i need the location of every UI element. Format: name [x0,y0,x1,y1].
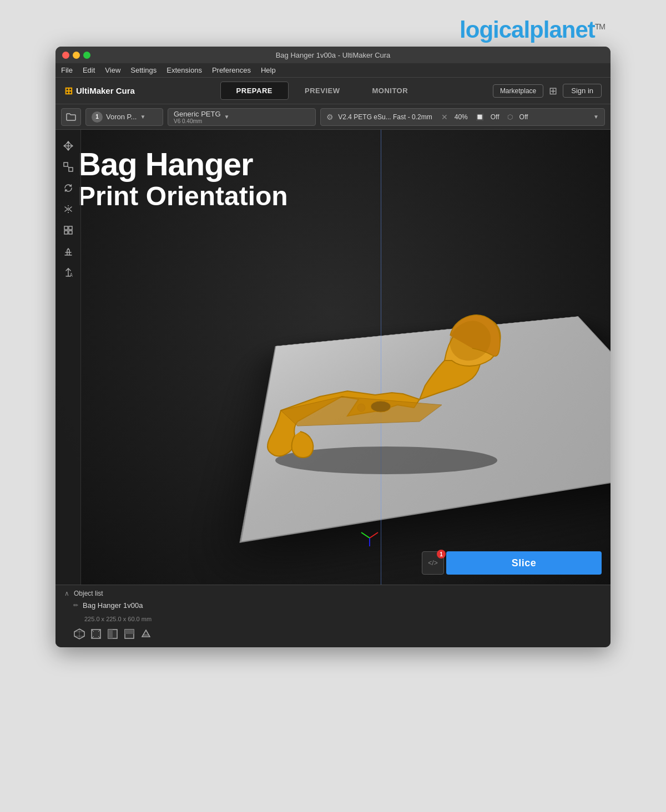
title-bar: Bag Hanger 1v00a - UltiMaker Cura [56,47,610,63]
menu-extensions[interactable]: Extensions [167,66,202,74]
side-view-button[interactable] [107,628,119,643]
left-toolbar: A [56,130,81,585]
adhesion-icon: ⬡ [507,113,513,121]
scale-tool-button[interactable] [59,158,78,176]
open-folder-button[interactable] [61,108,81,126]
printer-name: Voron P... [106,113,137,121]
viewport-overlay-title: Bag Hanger Print Orientation [78,146,288,211]
slice-button[interactable]: Slice [446,551,602,575]
svg-rect-0 [64,163,68,166]
3d-model [248,288,525,479]
svg-line-11 [361,532,370,538]
profile-chevron-icon: ▼ [593,114,599,120]
toolbar: 1 Voron P... ▼ Generic PETG V6 0.40mm ▼ … [56,104,610,130]
svg-rect-3 [69,226,72,230]
material-name: Generic PETG [174,110,221,118]
menu-view[interactable]: View [105,66,120,74]
sliders-icon: ⚙ [326,113,334,121]
material-info: Generic PETG V6 0.40mm [174,110,221,124]
perspective-view-button[interactable] [140,628,152,643]
title-line1: Bag Hanger [78,146,288,182]
minimize-button[interactable] [73,52,80,59]
code-view-button[interactable]: </> 1 [422,551,444,575]
arrange-tool-button[interactable] [59,221,78,240]
printer-chevron-icon: ▼ [140,114,145,120]
material-sub: V6 0.40mm [174,118,221,124]
tab-prepare[interactable]: PREPARE [220,82,289,100]
close-button[interactable] [62,52,69,59]
svg-rect-15 [108,630,113,638]
grid-icon[interactable]: ⊞ [549,85,557,97]
object-name: Bag Hanger 1v00a [83,601,143,610]
nav-right: Marketplace ⊞ Sign in [493,84,602,98]
logo-area: logicalplanetTM [56,11,610,47]
svg-rect-1 [69,168,73,171]
mirror-tool-button[interactable] [59,200,78,219]
brand-logo-text: logicalplanetTM [460,17,605,43]
support-tool-button[interactable] [59,242,78,261]
nav-tabs: PREPARE PREVIEW MONITOR [152,82,493,100]
title-line2: Print Orientation [78,182,288,211]
code-label: </> [428,559,437,567]
cube-view-button[interactable] [73,628,85,643]
edit-icon[interactable]: ✏ [73,602,78,609]
menu-help[interactable]: Help [261,66,276,74]
object-dims-row: 225.0 x 225.0 x 60.0 mm [64,613,602,623]
profile-selector[interactable]: ⚙ V2.4 PETG eSu... Fast - 0.2mm ✕ 40% 🔲 … [320,108,605,126]
brand-icon: ⊞ [64,85,73,97]
window-title: Bag Hanger 1v00a - UltiMaker Cura [276,51,391,59]
object-actions [64,628,602,643]
svg-rect-4 [64,231,68,234]
ultimaker-logo: ⊞ UltiMaker Cura [64,85,135,97]
signin-button[interactable]: Sign in [563,84,602,98]
nav-bar: ⊞ UltiMaker Cura PREPARE PREVIEW MONITOR… [56,78,610,104]
support-icon: ✕ [441,113,448,121]
menu-file[interactable]: File [61,66,73,74]
menu-edit[interactable]: Edit [83,66,95,74]
maximize-button[interactable] [83,52,90,59]
menu-preferences[interactable]: Preferences [212,66,251,74]
logo-tm: TM [595,22,605,31]
object-dimensions: 225.0 x 225.0 x 60.0 mm [84,616,152,622]
object-list-chevron-icon: ∧ [64,590,69,597]
custom-support-tool-button[interactable]: A [59,263,78,282]
tab-monitor[interactable]: MONITOR [356,82,424,100]
axis-indicator [359,527,381,551]
infill-icon: 🔲 [476,113,484,121]
bottom-bar: ∧ Object list ✏ Bag Hanger 1v00a 225.0 x… [56,585,610,647]
top-view-button[interactable] [123,628,135,643]
front-view-button[interactable] [90,628,102,643]
printer-badge: 1 [92,111,103,123]
menu-bar: File Edit View Settings Extensions Prefe… [56,63,610,78]
traffic-lights [62,52,90,59]
profile-text: V2.4 PETG eSu... Fast - 0.2mm [338,113,432,121]
3d-viewport[interactable]: Bag Hanger Print Orientation [56,130,610,585]
menu-settings[interactable]: Settings [130,66,157,74]
adhesion-label: Off [519,113,528,121]
infill-value: 40% [455,113,468,121]
object-list-label: Object list [74,590,103,597]
tab-preview[interactable]: PREVIEW [289,82,356,100]
material-chevron-icon: ▼ [224,114,230,120]
brand-name: UltiMaker Cura [76,86,135,95]
slice-area: </> 1 Slice [422,551,602,575]
notification-badge: 1 [437,550,446,559]
object-item: ✏ Bag Hanger 1v00a [64,600,602,611]
svg-line-10 [370,532,378,538]
application-window: Bag Hanger 1v00a - UltiMaker Cura File E… [56,47,610,647]
svg-text:A: A [70,273,73,278]
rotate-tool-button[interactable] [59,179,78,197]
move-tool-button[interactable] [59,136,78,155]
svg-rect-17 [125,630,134,634]
svg-rect-2 [64,226,68,230]
marketplace-button[interactable]: Marketplace [493,84,543,98]
support-label: Off [491,113,500,121]
material-selector[interactable]: Generic PETG V6 0.40mm ▼ [168,108,316,126]
printer-selector[interactable]: 1 Voron P... ▼ [85,108,163,126]
object-list-header: ∧ Object list [64,590,602,597]
svg-rect-5 [69,231,72,234]
